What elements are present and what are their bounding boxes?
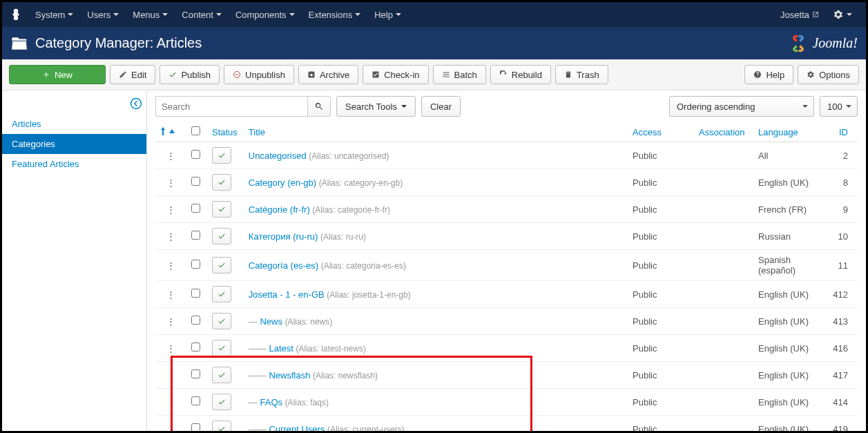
nav-item-help[interactable]: Help [367,4,408,26]
sidebar-item-featured-articles[interactable]: Featured Articles [2,154,146,174]
caret-down-icon [396,13,401,16]
row-checkbox[interactable] [191,231,200,240]
status-toggle[interactable] [212,313,231,329]
status-toggle[interactable] [212,367,231,383]
nav-item-components[interactable]: Components [229,4,302,26]
category-link[interactable]: Категория (ru-ru) [249,231,318,242]
search-button[interactable] [307,96,331,117]
col-order[interactable] [155,122,186,142]
nav-item-content[interactable]: Content [175,4,229,26]
language-cell: English (UK) [753,335,824,362]
status-toggle[interactable] [212,257,231,273]
col-status[interactable]: Status [206,122,243,142]
clear-button[interactable]: Clear [421,96,461,117]
category-link[interactable]: Newsflash [269,370,310,381]
language-cell: English (UK) [753,362,824,389]
checkbox-select-all[interactable] [191,126,200,135]
options-button[interactable]: Options [798,65,859,84]
drag-handle-icon[interactable]: ⋮ [166,231,175,242]
rebuild-button[interactable]: Rebuild [490,65,551,84]
id-cell: 419 [824,416,858,432]
drag-handle-icon[interactable]: ⋮ [166,289,175,300]
category-link[interactable]: Category (en-gb) [249,177,316,188]
search-tools-button[interactable]: Search Tools [336,96,416,117]
unpublish-button[interactable]: Unpublish [224,65,294,84]
table-row: ⋮Catégorie (fr-fr) (Alias: categorie-fr-… [155,196,858,223]
user-menu[interactable]: Josetta [773,3,826,26]
pencil-icon [119,70,127,79]
row-checkbox[interactable] [191,177,200,186]
new-button[interactable]: New [9,65,106,84]
drag-handle-icon[interactable]: ⋮ [166,316,175,327]
sidebar-collapse-button[interactable] [130,97,142,110]
row-checkbox[interactable] [191,204,200,213]
status-toggle[interactable] [212,340,231,356]
id-cell: 416 [824,335,858,362]
category-link[interactable]: Catégorie (fr-fr) [249,204,310,215]
drag-handle-icon[interactable]: ⋮ [166,397,175,407]
row-checkbox[interactable] [191,343,200,352]
external-icon [812,11,819,18]
status-toggle[interactable] [212,201,231,218]
alias-text: (Alias: categoria-es-es) [321,261,406,271]
limit-select[interactable]: 100 [820,96,858,117]
drag-handle-icon[interactable]: ⋮ [166,424,175,432]
category-link[interactable]: Latest [269,343,293,354]
col-title[interactable]: Title [243,122,627,142]
table-row: ⋮Категория (ru-ru) (Alias: ru-ru)PublicR… [155,223,858,250]
drag-handle-icon[interactable]: ⋮ [166,343,175,354]
archive-button[interactable]: Archive [298,65,358,84]
ordering-select[interactable]: Ordering ascending [669,96,814,117]
batch-button[interactable]: Batch [433,65,486,84]
drag-handle-icon[interactable]: ⋮ [166,177,175,188]
drag-handle-icon[interactable]: ⋮ [166,151,175,161]
col-id[interactable]: ID [824,122,858,142]
category-link[interactable]: Josetta - 1 - en-GB [249,289,325,300]
status-toggle[interactable] [212,147,231,164]
caret-down-icon [113,13,119,16]
language-cell: French (FR) [753,196,824,223]
nav-item-menus[interactable]: Menus [126,4,175,26]
category-link[interactable]: FAQs [260,397,282,407]
row-checkbox[interactable] [191,396,200,405]
id-cell: 8 [824,169,858,196]
nav-item-system[interactable]: System [28,4,80,26]
category-link[interactable]: Current Users [269,424,325,432]
row-checkbox[interactable] [191,423,200,431]
nav-item-extensions[interactable]: Extensions [302,4,368,26]
trash-button[interactable]: Trash [555,65,608,84]
col-language[interactable]: Language [753,122,824,142]
check-icon [218,425,226,431]
col-access[interactable]: Access [627,122,693,142]
category-link[interactable]: Categoría (es-es) [249,260,318,271]
status-toggle[interactable] [212,228,231,244]
sidebar-item-articles[interactable]: Articles [2,114,146,134]
access-cell: Public [627,389,693,416]
status-toggle[interactable] [212,394,231,410]
drag-handle-icon[interactable]: ⋮ [166,260,175,271]
search-input[interactable] [155,96,307,117]
status-toggle[interactable] [212,286,231,302]
publish-button[interactable]: Publish [160,65,220,84]
status-toggle[interactable] [212,421,231,431]
sidebar-item-categories[interactable]: Categories [2,134,146,154]
help-button[interactable]: Help [744,65,793,84]
settings-menu[interactable] [826,3,859,26]
row-checkbox[interactable] [191,260,200,269]
status-toggle[interactable] [212,174,231,191]
row-checkbox[interactable] [191,150,200,159]
category-link[interactable]: News [260,316,282,327]
row-checkbox[interactable] [191,289,200,298]
checkbox-icon [372,70,380,79]
row-checkbox[interactable] [191,316,200,325]
category-link[interactable]: Uncategorised [249,151,307,161]
nav-item-users[interactable]: Users [80,4,126,26]
id-cell: 11 [824,250,858,281]
drag-handle-icon[interactable]: ⋮ [166,204,175,215]
association-cell [693,308,753,335]
row-checkbox[interactable] [191,369,200,378]
checkin-button[interactable]: Check-in [363,65,428,84]
drag-handle-icon[interactable]: ⋮ [166,370,175,381]
edit-button[interactable]: Edit [110,65,155,84]
col-association[interactable]: Association [693,122,753,142]
